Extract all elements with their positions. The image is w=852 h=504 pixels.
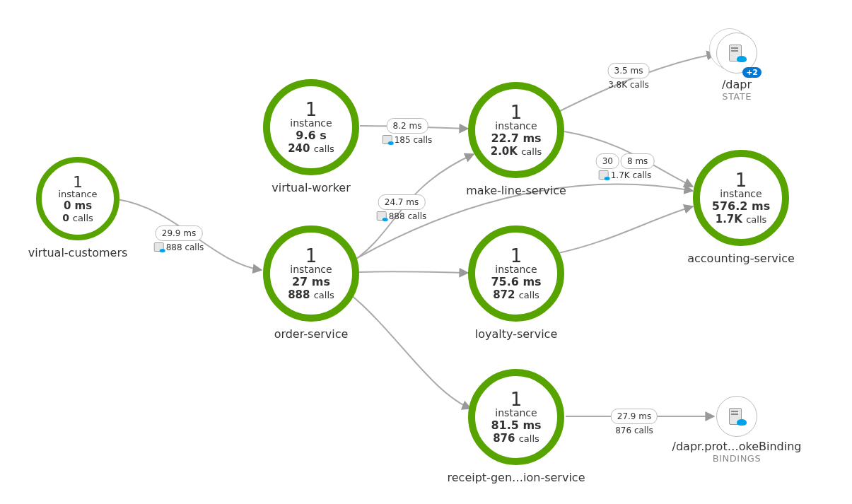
node-instance-count: 1: [510, 247, 523, 265]
dependency-label: /dapr: [701, 78, 772, 91]
edge-label-makeline-to-state[interactable]: 3.5 ms 3.8K calls: [608, 63, 650, 91]
node-latency: 0 ms: [64, 199, 92, 212]
dependency-icon: [716, 396, 757, 437]
dependency-dapr-state[interactable]: +2 /dapr STATE: [701, 33, 772, 102]
node-label: receipt-gen…ion-service: [445, 471, 587, 484]
dependency-sublabel: STATE: [701, 91, 772, 102]
node-latency: 81.5 ms: [491, 418, 541, 432]
server-cloud-icon: [729, 45, 745, 61]
node-instance-label: instance: [720, 188, 761, 199]
node-latency: 22.7 ms: [491, 131, 541, 145]
node-receipt-service[interactable]: 1 instance 81.5 ms 876 calls receipt-gen…: [445, 369, 587, 484]
node-label: make-line-service: [453, 184, 580, 197]
node-latency: 75.6 ms: [491, 275, 541, 288]
node-calls: 2.0K calls: [491, 145, 542, 158]
edge-label-order-to-makeline[interactable]: 24.7 ms 888 calls: [377, 194, 427, 223]
edge-label-vc-to-order[interactable]: 29.9 ms 888 calls: [154, 225, 204, 254]
node-latency: 27 ms: [292, 275, 330, 288]
node-instance-count: 1: [510, 390, 523, 409]
node-calls: 1.7K calls: [716, 213, 767, 225]
node-instance-count: 1: [305, 100, 317, 119]
node-calls: 240 calls: [288, 142, 334, 155]
node-label: loyalty-service: [453, 327, 580, 341]
node-instance-label: instance: [290, 264, 332, 275]
dependency-badge: +2: [742, 67, 761, 78]
server-cloud-icon: [729, 408, 745, 425]
node-instance-label: instance: [290, 117, 332, 129]
edge-label-makeline-to-accounting[interactable]: 308 ms 1.7K calls: [596, 153, 655, 182]
node-latency: 9.6 s: [296, 129, 326, 142]
edge-label-vw-to-makeline[interactable]: 8.2 ms 185 calls: [383, 118, 433, 146]
node-instance-label: instance: [495, 120, 537, 131]
dependency-dapr-binding[interactable]: /dapr.prot…okeBinding BINDINGS: [666, 396, 807, 464]
node-order-service[interactable]: 1 instance 27 ms 888 calls order-service: [247, 225, 375, 341]
node-label: virtual-worker: [247, 181, 375, 194]
node-virtual-customers[interactable]: 1 instance 0 ms 0 calls virtual-customer…: [21, 157, 134, 259]
node-virtual-worker[interactable]: 1 instance 9.6 s 240 calls virtual-worke…: [247, 79, 375, 194]
dependency-label: /dapr.prot…okeBinding: [666, 440, 807, 453]
node-make-line-service[interactable]: 1 instance 22.7 ms 2.0K calls make-line-…: [453, 82, 580, 197]
node-instance-label: instance: [58, 189, 97, 199]
node-label: virtual-customers: [21, 246, 134, 259]
node-instance-count: 1: [510, 103, 523, 122]
dependency-sublabel: BINDINGS: [666, 453, 807, 464]
node-loyalty-service[interactable]: 1 instance 75.6 ms 872 calls loyalty-ser…: [453, 225, 580, 341]
node-calls: 888 calls: [288, 288, 334, 301]
application-map-canvas[interactable]: 29.9 ms 888 calls 8.2 ms 185 calls 24.7 …: [0, 0, 852, 504]
node-accounting-service[interactable]: 1 instance 576.2 ms 1.7K calls accountin…: [677, 150, 805, 265]
node-calls: 876 calls: [493, 432, 539, 445]
node-label: accounting-service: [677, 252, 805, 265]
node-calls: 872 calls: [493, 288, 539, 301]
edge-label-receipt-to-binding[interactable]: 27.9 ms 876 calls: [611, 409, 658, 437]
node-instance-label: instance: [495, 264, 537, 275]
node-calls: 0 calls: [62, 212, 93, 223]
node-instance-count: 1: [735, 171, 747, 189]
node-instance-label: instance: [495, 407, 537, 418]
node-instance-count: 1: [305, 247, 317, 265]
node-instance-count: 1: [73, 175, 83, 190]
node-label: order-service: [247, 327, 375, 341]
node-latency: 576.2 ms: [712, 199, 770, 213]
